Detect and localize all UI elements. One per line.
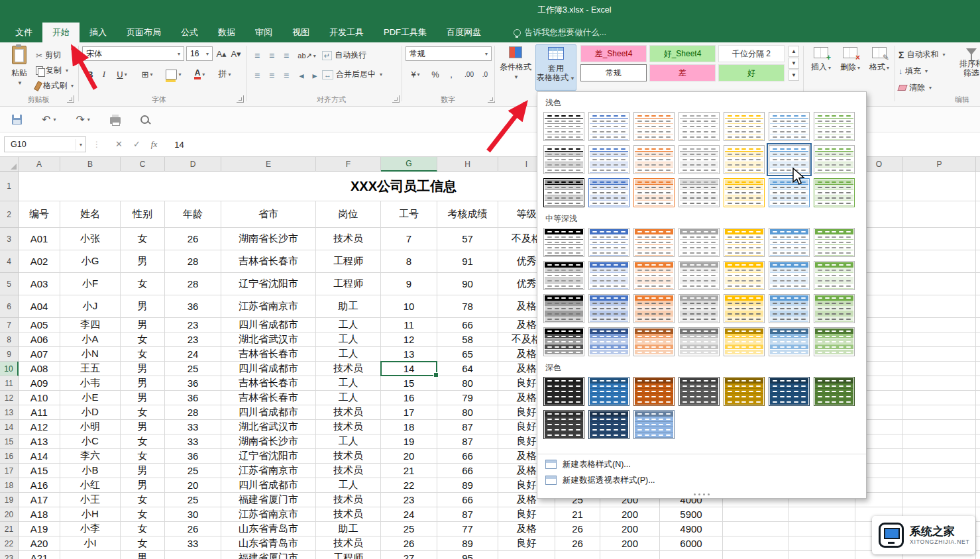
grid-cell[interactable]: 省市 xyxy=(221,201,316,228)
table-style-thumbnail[interactable] xyxy=(588,228,629,257)
grid-cell[interactable]: 男 xyxy=(121,478,165,493)
grid-cell[interactable]: 男 xyxy=(121,362,165,376)
grid-cell[interactable] xyxy=(903,405,976,420)
redo-button[interactable]: ↷▾ xyxy=(76,113,89,126)
row-header-20[interactable]: 20 xyxy=(0,507,19,522)
table-style-thumbnail[interactable] xyxy=(724,145,765,174)
table-style-thumbnail[interactable] xyxy=(543,377,584,406)
merge-center-button[interactable]: ↔合并后居中▾ xyxy=(322,68,382,81)
grid-cell[interactable]: 小I xyxy=(60,536,121,551)
grid-cell[interactable] xyxy=(903,318,976,332)
grid-cell[interactable]: 小王 xyxy=(60,493,121,507)
grid-cell[interactable]: 9 xyxy=(381,273,437,295)
tell-me-box[interactable]: 告诉我您想要做什么... xyxy=(514,23,606,42)
grid-cell[interactable] xyxy=(903,493,976,507)
grid-cell[interactable]: 编号 xyxy=(19,201,60,228)
font-color-button[interactable]: A▾ xyxy=(188,66,211,82)
align-center-button[interactable]: ≡ xyxy=(265,68,278,83)
grid-cell[interactable]: 91 xyxy=(437,250,498,273)
row-header-12[interactable]: 12 xyxy=(0,391,19,405)
grid-cell[interactable]: 山东省青岛市 xyxy=(221,536,316,551)
align-left-button[interactable]: ≡ xyxy=(250,68,264,83)
grid-cell[interactable]: 技术员 xyxy=(316,420,381,434)
cell-style-chip[interactable]: 千位分隔 2 xyxy=(718,45,785,62)
table-style-thumbnail[interactable] xyxy=(588,145,629,174)
grid-cell[interactable]: 技术员 xyxy=(316,362,381,376)
tab-file[interactable]: 文件 xyxy=(5,23,42,42)
grid-cell[interactable] xyxy=(789,522,855,536)
grid-cell[interactable]: 助工 xyxy=(316,295,381,318)
row-header-4[interactable]: 4 xyxy=(0,250,19,273)
grid-cell[interactable]: 及格 xyxy=(498,522,555,536)
grid-cell[interactable]: 16 xyxy=(381,391,437,405)
row-header-14[interactable]: 14 xyxy=(0,420,19,434)
table-style-thumbnail[interactable] xyxy=(679,327,720,356)
grid-cell[interactable]: 36 xyxy=(165,295,221,318)
grid-cell[interactable] xyxy=(976,295,980,318)
font-name-combo[interactable]: 宋体▾ xyxy=(82,46,184,61)
grid-cell[interactable]: 25 xyxy=(165,493,221,507)
grid-cell[interactable] xyxy=(723,522,789,536)
grid-cell[interactable]: A15 xyxy=(19,464,60,478)
grid-cell[interactable] xyxy=(976,420,980,434)
grid-cell[interactable]: 山东省青岛市 xyxy=(221,522,316,536)
grid-cell[interactable]: 湖南省长沙市 xyxy=(221,434,316,449)
table-style-thumbnail[interactable] xyxy=(814,261,855,290)
confirm-entry-button[interactable]: ✓ xyxy=(133,139,140,150)
table-style-thumbnail[interactable] xyxy=(588,112,629,141)
table-style-thumbnail[interactable] xyxy=(633,112,675,141)
row-header-21[interactable]: 21 xyxy=(0,522,19,536)
grid-cell[interactable]: 小D xyxy=(60,405,121,420)
grid-cell[interactable]: 工人 xyxy=(316,391,381,405)
table-style-thumbnail[interactable] xyxy=(633,178,675,207)
grid-cell[interactable]: 小张 xyxy=(60,228,121,250)
grid-cell[interactable]: 20 xyxy=(381,449,437,464)
grid-cell[interactable]: A14 xyxy=(19,449,60,464)
font-dialog-launcher[interactable] xyxy=(237,95,244,103)
table-style-thumbnail[interactable] xyxy=(543,178,584,207)
tab-开发工具[interactable]: 开发工具 xyxy=(319,23,374,42)
row-header-6[interactable]: 6 xyxy=(0,295,19,318)
grid-cell[interactable]: 87 xyxy=(437,434,498,449)
grid-cell[interactable] xyxy=(165,551,221,559)
grid-cell[interactable] xyxy=(976,449,980,464)
grid-cell[interactable]: 女 xyxy=(121,536,165,551)
grid-cell[interactable] xyxy=(903,449,976,464)
print-preview-button[interactable] xyxy=(140,115,149,124)
select-all-corner[interactable] xyxy=(0,157,19,172)
column-header-C[interactable]: C xyxy=(121,157,165,172)
table-style-thumbnail[interactable] xyxy=(543,327,584,356)
bold-button[interactable]: B xyxy=(83,66,97,82)
percent-format-button[interactable]: % xyxy=(428,66,443,82)
row-header-11[interactable]: 11 xyxy=(0,376,19,391)
grid-cell[interactable]: 工号 xyxy=(381,201,437,228)
new-pivot-table-style-menu-item[interactable]: 新建数据透视表样式(P)... xyxy=(537,472,866,488)
grid-cell[interactable] xyxy=(60,551,121,559)
grid-cell[interactable]: 岗位 xyxy=(316,201,381,228)
grid-cell[interactable]: 男 xyxy=(121,464,165,478)
table-style-thumbnail[interactable] xyxy=(724,294,765,323)
grid-cell[interactable] xyxy=(976,405,980,420)
grid-cell[interactable]: 小明 xyxy=(60,420,121,434)
grid-cell[interactable]: A06 xyxy=(19,332,60,347)
grid-cell[interactable]: A16 xyxy=(19,478,60,493)
row-header-3[interactable]: 3 xyxy=(0,228,19,250)
grid-cell[interactable]: A10 xyxy=(19,391,60,405)
table-style-thumbnail[interactable] xyxy=(543,261,584,290)
column-header-Q[interactable]: Q xyxy=(976,157,980,172)
grid-cell[interactable] xyxy=(723,551,789,559)
increase-decimal-button[interactable]: .00 xyxy=(461,66,477,82)
grid-cell[interactable]: 80 xyxy=(437,376,498,391)
grid-cell[interactable]: 10 xyxy=(381,295,437,318)
grid-cell[interactable]: 工程师 xyxy=(316,273,381,295)
grid-cell[interactable]: 20 xyxy=(165,478,221,493)
grid-cell[interactable] xyxy=(903,228,976,250)
table-style-thumbnail[interactable] xyxy=(588,327,629,356)
grid-cell[interactable]: A21 xyxy=(19,551,60,559)
table-style-thumbnail[interactable] xyxy=(814,112,855,141)
grid-cell[interactable]: 小H xyxy=(60,507,121,522)
grid-cell[interactable]: 87 xyxy=(437,420,498,434)
grid-cell[interactable]: 66 xyxy=(437,493,498,507)
grid-cell[interactable]: 11 xyxy=(381,318,437,332)
row-header-16[interactable]: 16 xyxy=(0,449,19,464)
